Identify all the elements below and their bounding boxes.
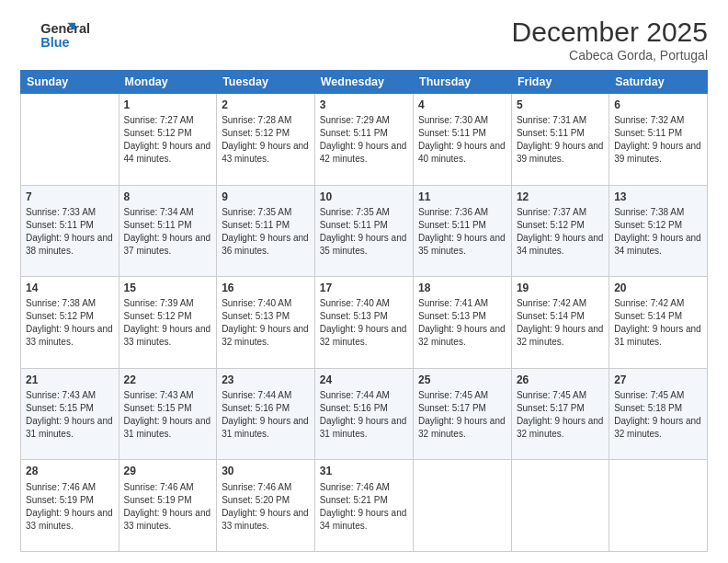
- header: General Blue December 2025 Cabeca Gorda,…: [20, 17, 708, 63]
- calendar-cell: 24Sunrise: 7:44 AMSunset: 5:16 PMDayligh…: [314, 368, 413, 460]
- calendar-week-row: 14Sunrise: 7:38 AMSunset: 5:12 PMDayligh…: [21, 277, 708, 369]
- day-info: Sunrise: 7:42 AMSunset: 5:14 PMDaylight:…: [517, 297, 604, 349]
- calendar-cell: 14Sunrise: 7:38 AMSunset: 5:12 PMDayligh…: [21, 277, 119, 369]
- day-info: Sunrise: 7:43 AMSunset: 5:15 PMDaylight:…: [124, 389, 212, 441]
- day-number: 24: [320, 373, 408, 387]
- day-number: 2: [222, 98, 310, 112]
- calendar-cell: 28Sunrise: 7:46 AMSunset: 5:19 PMDayligh…: [21, 460, 119, 552]
- day-info: Sunrise: 7:42 AMSunset: 5:14 PMDaylight:…: [614, 297, 702, 349]
- calendar-week-row: 28Sunrise: 7:46 AMSunset: 5:19 PMDayligh…: [21, 460, 708, 552]
- day-number: 18: [418, 281, 506, 295]
- calendar-cell: 29Sunrise: 7:46 AMSunset: 5:19 PMDayligh…: [119, 460, 217, 552]
- day-number: 21: [26, 373, 114, 387]
- day-number: 7: [26, 190, 114, 204]
- day-info: Sunrise: 7:43 AMSunset: 5:15 PMDaylight:…: [26, 389, 114, 441]
- calendar-cell: 7Sunrise: 7:33 AMSunset: 5:11 PMDaylight…: [21, 185, 119, 277]
- day-info: Sunrise: 7:46 AMSunset: 5:19 PMDaylight:…: [26, 481, 114, 533]
- svg-text:Blue: Blue: [40, 35, 69, 50]
- calendar-cell: 9Sunrise: 7:35 AMSunset: 5:11 PMDaylight…: [217, 185, 315, 277]
- calendar-cell: 10Sunrise: 7:35 AMSunset: 5:11 PMDayligh…: [314, 185, 413, 277]
- calendar-cell: 30Sunrise: 7:46 AMSunset: 5:20 PMDayligh…: [217, 460, 315, 552]
- day-number: 4: [418, 98, 506, 112]
- day-info: Sunrise: 7:45 AMSunset: 5:17 PMDaylight:…: [418, 389, 506, 441]
- calendar-cell: 8Sunrise: 7:34 AMSunset: 5:11 PMDaylight…: [119, 185, 217, 277]
- calendar-cell: [511, 460, 609, 552]
- day-info: Sunrise: 7:38 AMSunset: 5:12 PMDaylight:…: [614, 206, 702, 258]
- day-info: Sunrise: 7:44 AMSunset: 5:16 PMDaylight:…: [222, 389, 310, 441]
- day-info: Sunrise: 7:27 AMSunset: 5:12 PMDaylight:…: [124, 114, 212, 166]
- weekday-header-wednesday: Wednesday: [314, 71, 413, 94]
- weekday-header-tuesday: Tuesday: [217, 71, 315, 94]
- calendar-cell: 19Sunrise: 7:42 AMSunset: 5:14 PMDayligh…: [511, 277, 609, 369]
- weekday-header-friday: Friday: [511, 71, 609, 94]
- title-block: December 2025 Cabeca Gorda, Portugal: [512, 17, 708, 63]
- day-number: 12: [517, 190, 604, 204]
- svg-text:General: General: [40, 21, 90, 36]
- calendar-cell: 23Sunrise: 7:44 AMSunset: 5:16 PMDayligh…: [217, 368, 315, 460]
- day-info: Sunrise: 7:39 AMSunset: 5:12 PMDaylight:…: [124, 297, 212, 349]
- calendar-cell: 13Sunrise: 7:38 AMSunset: 5:12 PMDayligh…: [609, 185, 708, 277]
- weekday-header-monday: Monday: [119, 71, 217, 94]
- day-info: Sunrise: 7:40 AMSunset: 5:13 PMDaylight:…: [222, 297, 310, 349]
- day-number: 15: [124, 281, 212, 295]
- weekday-header-sunday: Sunday: [21, 71, 119, 94]
- month-title: December 2025: [512, 17, 708, 47]
- day-number: 27: [614, 373, 702, 387]
- day-info: Sunrise: 7:33 AMSunset: 5:11 PMDaylight:…: [26, 206, 114, 258]
- day-info: Sunrise: 7:46 AMSunset: 5:21 PMDaylight:…: [320, 481, 408, 533]
- day-number: 17: [320, 281, 408, 295]
- day-info: Sunrise: 7:45 AMSunset: 5:18 PMDaylight:…: [614, 389, 702, 441]
- day-number: 9: [222, 190, 310, 204]
- calendar-table: SundayMondayTuesdayWednesdayThursdayFrid…: [20, 70, 708, 552]
- day-number: 19: [517, 281, 604, 295]
- day-number: 29: [124, 464, 212, 478]
- day-info: Sunrise: 7:35 AMSunset: 5:11 PMDaylight:…: [320, 206, 408, 258]
- day-number: 28: [26, 464, 114, 478]
- day-info: Sunrise: 7:41 AMSunset: 5:13 PMDaylight:…: [418, 297, 506, 349]
- day-info: Sunrise: 7:46 AMSunset: 5:19 PMDaylight:…: [124, 481, 212, 533]
- day-number: 5: [517, 98, 604, 112]
- calendar-cell: 5Sunrise: 7:31 AMSunset: 5:11 PMDaylight…: [511, 94, 609, 186]
- day-number: 8: [124, 190, 212, 204]
- calendar-week-row: 7Sunrise: 7:33 AMSunset: 5:11 PMDaylight…: [21, 185, 708, 277]
- calendar-cell: 3Sunrise: 7:29 AMSunset: 5:11 PMDaylight…: [314, 94, 413, 186]
- day-info: Sunrise: 7:35 AMSunset: 5:11 PMDaylight:…: [222, 206, 310, 258]
- calendar-cell: 17Sunrise: 7:40 AMSunset: 5:13 PMDayligh…: [314, 277, 413, 369]
- calendar-cell: 26Sunrise: 7:45 AMSunset: 5:17 PMDayligh…: [511, 368, 609, 460]
- day-number: 30: [222, 464, 310, 478]
- calendar-cell: 2Sunrise: 7:28 AMSunset: 5:12 PMDaylight…: [217, 94, 315, 186]
- day-number: 16: [222, 281, 310, 295]
- calendar-cell: 18Sunrise: 7:41 AMSunset: 5:13 PMDayligh…: [414, 277, 512, 369]
- logo-icon: General Blue: [20, 17, 94, 53]
- location-subtitle: Cabeca Gorda, Portugal: [512, 48, 708, 63]
- day-number: 25: [418, 373, 506, 387]
- calendar-cell: 16Sunrise: 7:40 AMSunset: 5:13 PMDayligh…: [217, 277, 315, 369]
- calendar-cell: 15Sunrise: 7:39 AMSunset: 5:12 PMDayligh…: [119, 277, 217, 369]
- day-info: Sunrise: 7:32 AMSunset: 5:11 PMDaylight:…: [614, 114, 702, 166]
- calendar-cell: 20Sunrise: 7:42 AMSunset: 5:14 PMDayligh…: [609, 277, 708, 369]
- day-number: 11: [418, 190, 506, 204]
- day-info: Sunrise: 7:38 AMSunset: 5:12 PMDaylight:…: [26, 297, 114, 349]
- calendar-cell: 22Sunrise: 7:43 AMSunset: 5:15 PMDayligh…: [119, 368, 217, 460]
- day-info: Sunrise: 7:28 AMSunset: 5:12 PMDaylight:…: [222, 114, 310, 166]
- day-number: 1: [124, 98, 212, 112]
- calendar-cell: [21, 94, 119, 186]
- calendar-cell: [609, 460, 708, 552]
- calendar-cell: 6Sunrise: 7:32 AMSunset: 5:11 PMDaylight…: [609, 94, 708, 186]
- calendar-cell: 12Sunrise: 7:37 AMSunset: 5:12 PMDayligh…: [511, 185, 609, 277]
- calendar-cell: 25Sunrise: 7:45 AMSunset: 5:17 PMDayligh…: [414, 368, 512, 460]
- day-info: Sunrise: 7:29 AMSunset: 5:11 PMDaylight:…: [320, 114, 408, 166]
- day-info: Sunrise: 7:34 AMSunset: 5:11 PMDaylight:…: [124, 206, 212, 258]
- day-info: Sunrise: 7:40 AMSunset: 5:13 PMDaylight:…: [320, 297, 408, 349]
- calendar-cell: 31Sunrise: 7:46 AMSunset: 5:21 PMDayligh…: [314, 460, 413, 552]
- day-info: Sunrise: 7:45 AMSunset: 5:17 PMDaylight:…: [517, 389, 604, 441]
- calendar-cell: 27Sunrise: 7:45 AMSunset: 5:18 PMDayligh…: [609, 368, 708, 460]
- day-info: Sunrise: 7:37 AMSunset: 5:12 PMDaylight:…: [517, 206, 604, 258]
- day-info: Sunrise: 7:46 AMSunset: 5:20 PMDaylight:…: [222, 481, 310, 533]
- day-info: Sunrise: 7:36 AMSunset: 5:11 PMDaylight:…: [418, 206, 506, 258]
- day-number: 22: [124, 373, 212, 387]
- day-info: Sunrise: 7:31 AMSunset: 5:11 PMDaylight:…: [517, 114, 604, 166]
- day-number: 13: [614, 190, 702, 204]
- day-number: 23: [222, 373, 310, 387]
- day-number: 14: [26, 281, 114, 295]
